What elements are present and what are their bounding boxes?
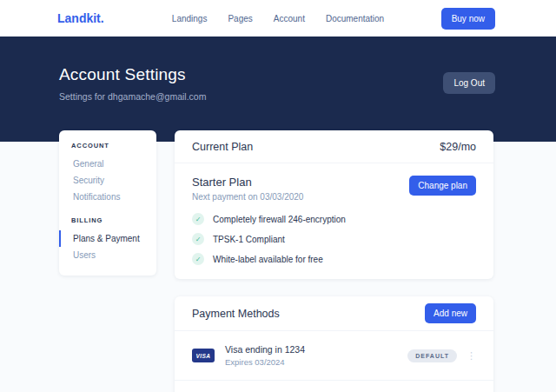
page-header-text: Account Settings Settings for dhgamache@… [59, 65, 206, 102]
plan-row: Starter Plan Next payment on 03/03/2020 … [192, 176, 476, 202]
default-badge: Default [407, 349, 457, 362]
payment-row-visa: VISA Visa ending in 1234 Expires 03/2024… [175, 331, 493, 380]
payment-card-info: Visa ending in 1234 Expires 03/2024 [225, 344, 305, 367]
settings-sidebar: Account General Security Notifications B… [59, 130, 156, 276]
payment-row-actions: Default ⋮ [407, 349, 476, 362]
logout-button[interactable]: Log Out [443, 72, 495, 94]
visa-logo-icon: VISA [192, 349, 215, 362]
add-new-button[interactable]: Add new [425, 303, 476, 323]
payment-methods-card: Payment Methods Add new VISA Visa ending… [175, 296, 493, 392]
feature-row: ✓ White-label available for free [192, 253, 476, 265]
sidebar-heading-billing: Billing [59, 216, 156, 224]
current-plan-price: $29/mo [440, 141, 476, 153]
plan-features: ✓ Completely firewall 246-encryption ✓ T… [192, 213, 476, 265]
check-icon: ✓ [192, 233, 204, 245]
plan-info: Starter Plan Next payment on 03/03/2020 [192, 176, 303, 202]
feature-row: ✓ TPSK-1 Compliant [192, 233, 476, 245]
feature-row: ✓ Completely firewall 246-encryption [192, 213, 476, 225]
brand-logo[interactable]: Landkit. [57, 11, 104, 25]
top-navbar: Landkit. Landings Pages Account Document… [0, 0, 556, 37]
page-title: Account Settings [59, 65, 206, 84]
sidebar-item-users[interactable]: Users [59, 247, 156, 263]
sidebar-heading-account: Account [59, 142, 156, 149]
nav-link-documentation[interactable]: Documentation [326, 14, 384, 23]
sidebar-item-security[interactable]: Security [59, 172, 156, 189]
sidebar-item-plans-payment[interactable]: Plans & Payment [59, 230, 156, 247]
settings-content: Current Plan $29/mo Starter Plan Next pa… [175, 130, 493, 392]
payment-methods-title: Payment Methods [192, 308, 280, 320]
nav-link-landings[interactable]: Landings [172, 14, 208, 23]
page-subtitle: Settings for dhgamache@gmail.com [59, 91, 206, 102]
payment-card-name: Visa ending in 1234 [225, 344, 305, 355]
sidebar-item-general[interactable]: General [59, 156, 156, 172]
change-plan-button[interactable]: Change plan [409, 176, 476, 196]
current-plan-header: Current Plan $29/mo [175, 130, 493, 163]
payment-methods-header: Payment Methods Add new [175, 296, 493, 331]
current-plan-card: Current Plan $29/mo Starter Plan Next pa… [175, 130, 493, 279]
current-plan-title: Current Plan [192, 141, 253, 153]
feature-label: White-label available for free [213, 255, 323, 264]
sidebar-section-gap [59, 205, 156, 216]
feature-label: Completely firewall 246-encryption [213, 215, 346, 224]
payment-row-mastercard: Mastercard ending in 1234 ⋮ [175, 380, 493, 392]
plan-name: Starter Plan [192, 176, 303, 189]
visa-logo-text: VISA [196, 353, 211, 359]
plan-next-payment: Next payment on 03/03/2020 [192, 192, 303, 202]
main-area: Account General Security Notifications B… [0, 130, 556, 392]
nav-link-pages[interactable]: Pages [228, 14, 252, 23]
nav-links: Landings Pages Account Documentation [172, 14, 384, 23]
feature-label: TPSK-1 Compliant [213, 235, 285, 244]
check-icon: ✓ [192, 213, 204, 225]
page-header: Account Settings Settings for dhgamache@… [0, 37, 556, 142]
buy-now-button[interactable]: Buy now [441, 8, 495, 30]
nav-link-account[interactable]: Account [274, 14, 305, 23]
kebab-menu-icon[interactable]: ⋮ [467, 351, 476, 361]
payment-card-expiry: Expires 03/2024 [225, 357, 305, 367]
check-icon: ✓ [192, 253, 204, 265]
sidebar-item-notifications[interactable]: Notifications [59, 189, 156, 205]
current-plan-body: Starter Plan Next payment on 03/03/2020 … [175, 163, 493, 279]
